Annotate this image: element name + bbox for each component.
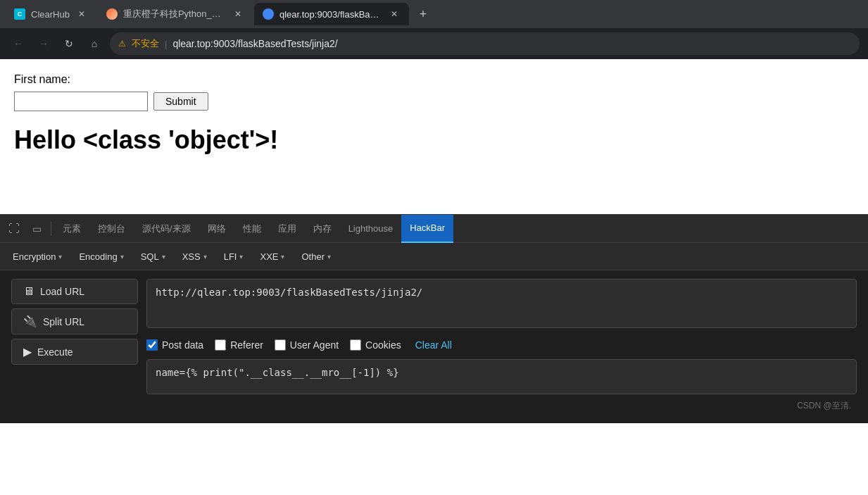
device-mode-icon[interactable]: ▭ (25, 218, 48, 240)
first-name-input[interactable] (14, 92, 148, 111)
address-url[interactable]: qlear.top:9003/flaskBasedTests/jinja2/ (172, 38, 851, 49)
address-input-wrapper[interactable]: ⚠ 不安全 | qlear.top:9003/flaskBasedTests/j… (110, 32, 860, 55)
clearhub-favicon: C (14, 8, 25, 20)
cookies-checkbox-label[interactable]: Cookies (350, 339, 401, 351)
post-data-checkbox[interactable] (146, 339, 158, 351)
xxe-menu[interactable]: XXE ▾ (253, 249, 291, 265)
submit-button[interactable]: Submit (153, 92, 208, 111)
hackbar-right-panel: Post data Referer User Agent Cookies Cle… (146, 279, 857, 415)
inspect-element-icon[interactable]: ⛶ (3, 218, 25, 240)
tab-memory[interactable]: 内存 (305, 215, 340, 243)
address-separator: | (165, 39, 167, 49)
form-label: First name: (14, 73, 854, 86)
load-url-button[interactable]: 🖥 Load URL (11, 279, 138, 304)
split-url-icon: 🔌 (23, 315, 37, 328)
user-agent-checkbox-label[interactable]: User Agent (275, 339, 339, 351)
tab-flask-close[interactable]: ✕ (232, 8, 244, 20)
watermark-text: CSDN @至清. (146, 397, 857, 415)
devtools-separator (51, 222, 51, 236)
split-url-button[interactable]: 🔌 Split URL (11, 308, 138, 334)
security-text: 不安全 (132, 37, 159, 50)
user-agent-checkbox[interactable] (275, 339, 286, 351)
execute-icon: ▶ (23, 345, 32, 358)
hackbar-favicon (263, 8, 274, 20)
tab-clearhub-close[interactable]: ✕ (75, 8, 88, 20)
home-button[interactable]: ⌂ (84, 34, 104, 54)
encoding-dropdown-arrow: ▾ (120, 253, 124, 261)
tab-application[interactable]: 应用 (270, 215, 305, 243)
xss-menu[interactable]: XSS ▾ (175, 249, 214, 265)
new-tab-button[interactable]: + (413, 4, 433, 24)
lfi-dropdown-arrow: ▾ (239, 253, 243, 261)
xxe-dropdown-arrow: ▾ (281, 253, 284, 261)
other-menu[interactable]: Other ▾ (294, 249, 338, 265)
tab-hackbar-title: qlear.top:9003/flaskBasedTests… (279, 9, 382, 20)
cookies-checkbox[interactable] (350, 339, 361, 351)
execute-button[interactable]: ▶ Execute (11, 339, 138, 365)
encryption-dropdown-arrow: ▾ (58, 253, 62, 261)
page-content: First name: Submit Hello <class 'object'… (0, 59, 868, 214)
tab-flask-title: 重庆橙子科技Python_Flask_SST… (123, 8, 226, 20)
referer-checkbox-label[interactable]: Referer (215, 339, 263, 351)
form-row: Submit (14, 92, 854, 111)
tab-elements[interactable]: 元素 (54, 215, 89, 243)
tab-console[interactable]: 控制台 (89, 215, 134, 243)
xss-dropdown-arrow: ▾ (203, 253, 207, 261)
tab-lighthouse[interactable]: Lighthouse (340, 215, 402, 243)
tab-sources[interactable]: 源代码/来源 (134, 215, 199, 243)
browser-chrome: C ClearHub ✕ 重庆橙子科技Python_Flask_SST… ✕ q… (0, 0, 868, 59)
other-dropdown-arrow: ▾ (327, 253, 331, 261)
tab-network[interactable]: 网络 (199, 215, 234, 243)
clear-all-link[interactable]: Clear All (415, 339, 452, 351)
hackbar-toolbar: Encryption ▾ Encoding ▾ SQL ▾ XSS ▾ LFI … (0, 242, 868, 270)
tab-hackbar-close[interactable]: ✕ (388, 8, 401, 20)
back-button[interactable]: ← (8, 34, 28, 54)
tab-clearhub-title: ClearHub (31, 9, 70, 20)
hello-message: Hello <class 'object'>! (14, 125, 854, 155)
flask-favicon (106, 8, 118, 20)
hackbar-main: 🖥 Load URL 🔌 Split URL ▶ Execute Post da… (0, 270, 868, 423)
tab-hackbar-devtools[interactable]: HackBar (401, 215, 453, 243)
post-data-checkbox-label[interactable]: Post data (146, 339, 203, 351)
sql-menu[interactable]: SQL ▾ (134, 249, 172, 265)
hackbar-action-buttons: 🖥 Load URL 🔌 Split URL ▶ Execute (11, 279, 138, 415)
tab-flask[interactable]: 重庆橙子科技Python_Flask_SST… ✕ (98, 3, 253, 25)
encryption-menu[interactable]: Encryption ▾ (6, 249, 69, 265)
tab-performance[interactable]: 性能 (234, 215, 270, 243)
reload-button[interactable]: ↻ (59, 34, 79, 54)
devtools-panel: ⛶ ▭ 元素 控制台 源代码/来源 网络 性能 应用 内存 Lighthouse (0, 214, 868, 423)
post-data-input[interactable] (146, 359, 857, 394)
sql-dropdown-arrow: ▾ (162, 253, 165, 261)
lfi-menu[interactable]: LFI ▾ (217, 249, 251, 265)
tab-hackbar[interactable]: qlear.top:9003/flaskBasedTests… ✕ (254, 3, 409, 25)
url-input[interactable] (146, 279, 857, 328)
cursor-icon: ⛶ (8, 223, 20, 235)
security-warning-icon: ⚠ (118, 39, 126, 49)
load-url-icon: 🖥 (23, 285, 34, 298)
devtools-tab-bar: ⛶ ▭ 元素 控制台 源代码/来源 网络 性能 应用 内存 Lighthouse (0, 214, 868, 242)
address-bar: ← → ↻ ⌂ ⚠ 不安全 | qlear.top:9003/flaskBase… (0, 28, 868, 59)
encoding-menu[interactable]: Encoding ▾ (72, 249, 130, 265)
forward-button[interactable]: → (34, 34, 54, 54)
referer-checkbox[interactable] (215, 339, 226, 351)
tab-clearhub[interactable]: C ClearHub ✕ (6, 3, 96, 25)
tab-bar: C ClearHub ✕ 重庆橙子科技Python_Flask_SST… ✕ q… (0, 0, 868, 28)
hackbar-options: Post data Referer User Agent Cookies Cle… (146, 337, 857, 353)
device-icon: ▭ (32, 223, 42, 234)
